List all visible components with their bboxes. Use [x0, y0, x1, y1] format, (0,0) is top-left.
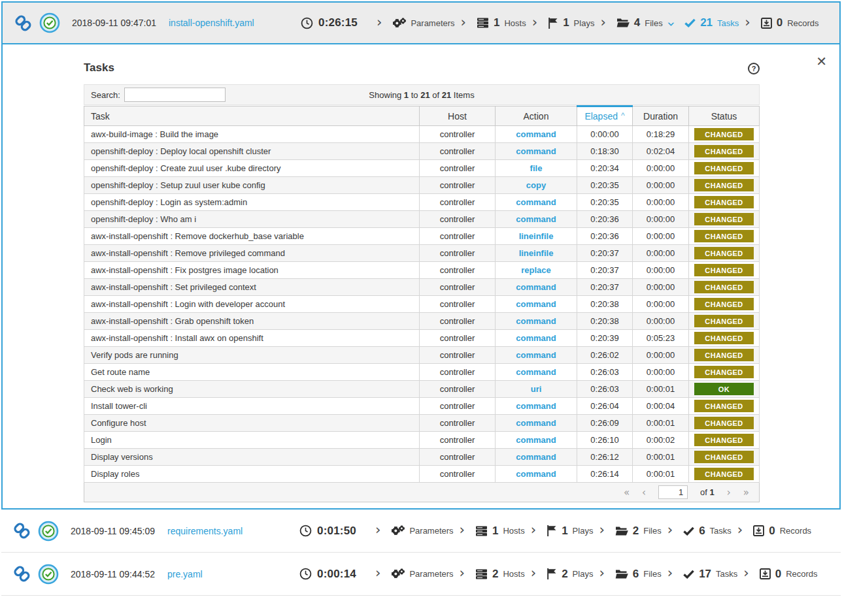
host-cell: controller: [420, 364, 496, 381]
action-link[interactable]: command: [516, 129, 556, 139]
prev-page-button[interactable]: ‹: [642, 487, 646, 498]
action-link[interactable]: command: [516, 282, 556, 292]
stat-hosts[interactable]: ›2Hosts: [458, 568, 525, 581]
stat-parameters[interactable]: ›Parameters: [374, 568, 454, 580]
stat-plays[interactable]: ›1Plays: [531, 16, 595, 29]
column-header-status[interactable]: Status: [689, 106, 760, 126]
stat-files[interactable]: ›6Files: [598, 568, 661, 581]
host-cell: controller: [420, 160, 496, 177]
host-cell: controller: [420, 262, 496, 279]
stat-plays[interactable]: ›2Plays: [530, 568, 594, 581]
stat-tasks[interactable]: ›21Tasks: [667, 16, 739, 29]
elapsed-cell: 0:20:34: [577, 160, 633, 177]
duration-cell: 0:18:29: [633, 126, 689, 143]
stat-parameters[interactable]: ›Parameters: [374, 525, 454, 537]
permalink-chain-icon[interactable]: [13, 522, 31, 540]
action-link[interactable]: command: [516, 435, 556, 445]
action-link[interactable]: lineinfile: [519, 248, 554, 258]
first-page-button[interactable]: «: [624, 487, 630, 498]
status-badge: CHANGED: [694, 162, 754, 174]
host-cell: controller: [420, 432, 496, 449]
stat-files[interactable]: ›4Files: [599, 16, 662, 29]
action-link[interactable]: command: [516, 316, 556, 326]
action-link[interactable]: lineinfile: [519, 231, 554, 241]
permalink-chain-icon[interactable]: [14, 14, 32, 32]
column-header-action[interactable]: Action: [496, 106, 577, 126]
stat-label: Plays: [573, 569, 594, 579]
stat-hosts[interactable]: ›1Hosts: [458, 525, 525, 538]
table-row: Display versions controller command 0:26…: [84, 449, 760, 466]
column-header-elapsed[interactable]: Elapsed^: [577, 106, 633, 126]
table-row: Install tower-cli controller command 0:2…: [84, 398, 760, 415]
column-header-duration[interactable]: Duration: [633, 106, 689, 126]
stat-label: Tasks: [710, 526, 732, 536]
action-link[interactable]: command: [516, 350, 556, 360]
stat-files[interactable]: ›2Files: [598, 525, 661, 538]
duration-cell: 0:00:01: [633, 449, 689, 466]
column-header-task[interactable]: Task: [84, 106, 420, 126]
action-link[interactable]: command: [516, 418, 556, 428]
action-link[interactable]: command: [516, 146, 556, 156]
action-link[interactable]: command: [516, 452, 556, 462]
tasks-table-body: awx-build-image : Build the image contro…: [84, 126, 760, 483]
action-link[interactable]: file: [530, 163, 543, 173]
close-icon[interactable]: ✕: [816, 54, 827, 69]
playbook-file-link[interactable]: install-openshift.yaml: [169, 18, 301, 28]
action-link[interactable]: uri: [531, 384, 542, 394]
stat-records[interactable]: ›0Records: [743, 16, 818, 29]
playbook-file-link[interactable]: pre.yaml: [167, 569, 299, 579]
table-row: Check web is working controller uri 0:26…: [84, 381, 760, 398]
host-cell: controller: [420, 381, 496, 398]
elapsed-cell: 0:20:38: [577, 313, 633, 330]
action-link[interactable]: command: [516, 333, 556, 343]
duration-cell: 0:00:00: [633, 194, 689, 211]
gears-icon: [391, 525, 405, 537]
duration-cell: 0:00:00: [633, 364, 689, 381]
table-row: awx-install-openshift : Set privileged c…: [84, 279, 760, 296]
stat-parameters[interactable]: ›Parameters: [375, 17, 455, 29]
elapsed-cell: 0:20:36: [577, 228, 633, 245]
check-icon: [683, 570, 694, 579]
chevron-right-icon: ›: [460, 569, 465, 577]
action-link[interactable]: command: [516, 367, 556, 377]
stat-records[interactable]: ›0Records: [736, 525, 811, 538]
action-link[interactable]: replace: [521, 265, 551, 275]
status-badge: CHANGED: [694, 434, 754, 446]
action-link[interactable]: command: [516, 214, 556, 224]
elapsed-cell: 0:26:14: [577, 466, 633, 483]
permalink-chain-icon[interactable]: [13, 565, 31, 583]
help-icon[interactable]: ?: [748, 63, 760, 74]
playbook-link-icons: [13, 521, 68, 542]
host-cell: controller: [420, 143, 496, 160]
stat-tasks[interactable]: ›17Tasks: [666, 568, 738, 581]
task-name-cell: openshift-deploy : Deploy local openshif…: [84, 143, 420, 160]
page-number-input[interactable]: [658, 485, 688, 499]
status-badge: CHANGED: [694, 366, 754, 378]
column-header-host[interactable]: Host: [420, 106, 496, 126]
playbook-duration: 0:00:14: [299, 568, 365, 581]
search-input[interactable]: [124, 88, 226, 102]
host-cell: controller: [420, 466, 496, 483]
stat-records[interactable]: ›0Records: [742, 568, 817, 581]
elapsed-cell: 0:26:04: [577, 398, 633, 415]
playbook-file-link[interactable]: requirements.yaml: [167, 526, 299, 536]
chevron-right-icon: ›: [745, 18, 750, 26]
playbook-duration-value: 0:26:15: [318, 16, 358, 29]
action-link[interactable]: command: [516, 401, 556, 411]
stat-hosts[interactable]: ›1Hosts: [460, 16, 526, 29]
task-name-cell: openshift-deploy : Setup zuul user kube …: [84, 177, 420, 194]
action-link[interactable]: copy: [526, 180, 546, 190]
action-link[interactable]: command: [516, 299, 556, 309]
task-name-cell: openshift-deploy : Create zuul user .kub…: [84, 160, 420, 177]
folder-icon: [615, 526, 628, 536]
next-page-button[interactable]: ›: [727, 487, 731, 498]
action-link[interactable]: command: [516, 197, 556, 207]
last-page-button[interactable]: »: [743, 487, 749, 498]
records-icon: [761, 18, 772, 29]
stat-label: Plays: [573, 526, 594, 536]
stat-tasks[interactable]: ›6Tasks: [666, 525, 732, 538]
stat-plays[interactable]: ›1Plays: [530, 525, 594, 538]
table-row: Get route name controller command 0:26:0…: [84, 364, 760, 381]
duration-cell: 0:00:01: [633, 381, 689, 398]
action-link[interactable]: command: [516, 469, 556, 479]
